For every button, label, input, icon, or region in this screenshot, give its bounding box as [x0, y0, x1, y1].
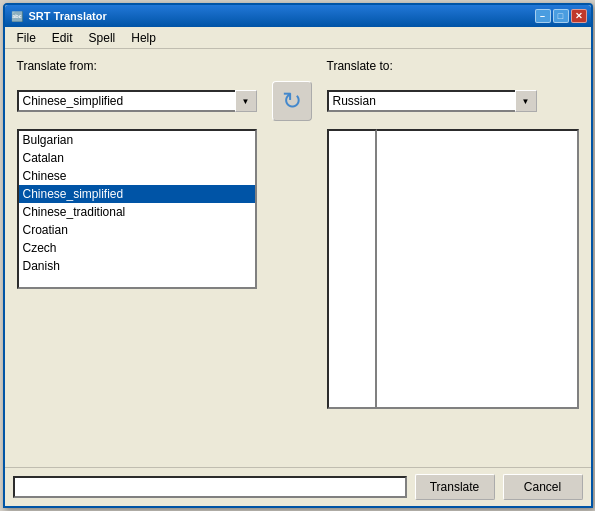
swap-button[interactable]: ↻	[272, 81, 312, 121]
to-dropdown-col: Russian English French German Spanish ▼	[327, 90, 579, 112]
to-area-col	[327, 129, 579, 409]
translate-from-select[interactable]: Chinese_simplified Bulgarian Catalan Chi…	[17, 90, 257, 112]
translate-from-label: Translate from:	[17, 59, 97, 73]
menu-file[interactable]: File	[9, 29, 44, 47]
translate-to-select[interactable]: Russian English French German Spanish	[327, 90, 537, 112]
from-list-col: Bulgarian Catalan Chinese Chinese_simpli…	[17, 129, 257, 289]
from-label: Translate from:	[17, 59, 257, 73]
list-item[interactable]: Czech	[19, 239, 255, 257]
right-panels	[327, 129, 579, 409]
list-item[interactable]: Croatian	[19, 221, 255, 239]
window-title: SRT Translator	[29, 10, 535, 22]
menu-bar: File Edit Spell Help	[5, 27, 591, 49]
title-bar: 🔤 SRT Translator – □ ✕	[5, 5, 591, 27]
labels-row: Translate from: Translate to:	[17, 59, 579, 73]
translate-to-label: Translate to:	[327, 59, 393, 73]
window-icon: 🔤	[9, 8, 25, 24]
list-item[interactable]: Bulgarian	[19, 131, 255, 149]
title-bar-buttons: – □ ✕	[535, 9, 587, 23]
list-item[interactable]: Catalan	[19, 149, 255, 167]
list-item-selected[interactable]: Chinese_simplified	[19, 185, 255, 203]
cancel-button[interactable]: Cancel	[503, 474, 583, 500]
maximize-button[interactable]: □	[553, 9, 569, 23]
left-narrow-panel	[327, 129, 377, 409]
from-dropdown-col: Chinese_simplified Bulgarian Catalan Chi…	[17, 90, 257, 112]
to-select-wrapper: Russian English French German Spanish ▼	[327, 90, 537, 112]
from-select-wrapper: Chinese_simplified Bulgarian Catalan Chi…	[17, 90, 257, 112]
content-area: Translate from: Translate to: Chinese_si…	[5, 49, 591, 467]
menu-spell[interactable]: Spell	[81, 29, 124, 47]
body-row: Bulgarian Catalan Chinese Chinese_simpli…	[17, 129, 579, 457]
bottom-bar: Translate Cancel	[5, 467, 591, 506]
minimize-button[interactable]: –	[535, 9, 551, 23]
to-label-col: Translate to:	[327, 59, 579, 73]
close-button[interactable]: ✕	[571, 9, 587, 23]
menu-edit[interactable]: Edit	[44, 29, 81, 47]
translate-button[interactable]: Translate	[415, 474, 495, 500]
list-item[interactable]: Chinese	[19, 167, 255, 185]
menu-help[interactable]: Help	[123, 29, 164, 47]
list-item[interactable]: Danish	[19, 257, 255, 275]
language-list[interactable]: Bulgarian Catalan Chinese Chinese_simpli…	[17, 129, 257, 289]
dropdowns-row: Chinese_simplified Bulgarian Catalan Chi…	[17, 81, 579, 121]
swap-icon: ↻	[282, 87, 302, 115]
status-bar	[13, 476, 407, 498]
swap-col: ↻	[257, 81, 327, 121]
full-layout: Translate from: Translate to: Chinese_si…	[17, 59, 579, 457]
main-window: 🔤 SRT Translator – □ ✕ File Edit Spell H…	[3, 3, 593, 508]
right-wide-panel[interactable]	[377, 129, 579, 409]
list-item[interactable]: Chinese_traditional	[19, 203, 255, 221]
